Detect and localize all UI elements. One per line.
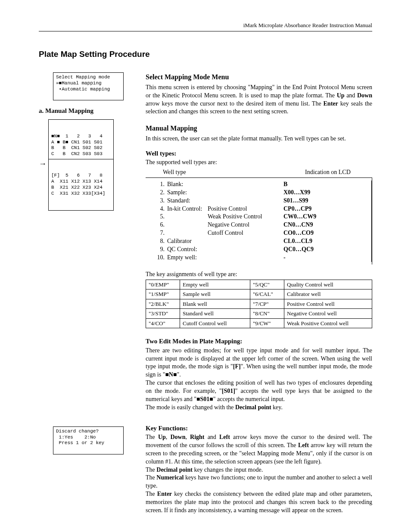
text: The — [146, 491, 157, 497]
key-right: Right — [190, 434, 204, 440]
text: key. — [271, 404, 283, 411]
well-type-row: 8.CalibratorCL0…CL9 — [146, 237, 372, 246]
well-row-num: 9. — [154, 246, 165, 254]
well-row-num: 6. — [154, 221, 165, 229]
text: key checks the consistency between the e… — [146, 491, 372, 513]
well-row-indication: CL0…CL9 — [281, 237, 312, 246]
well-row-indication: B — [281, 180, 287, 189]
well-row-desc — [208, 189, 281, 197]
key-down: Down — [170, 434, 185, 440]
well-types-supported: The supported well types are: — [146, 159, 372, 167]
two-modes-p2: The cursor that encloses the editing pos… — [146, 379, 372, 404]
well-type-row: 4.In-kit Control:Positive ControlCP0…CP9 — [146, 205, 372, 213]
right-column-sec1: Select Mapping Mode Menu This menu scree… — [146, 72, 372, 418]
well-type-col-header: Well type — [163, 168, 305, 177]
right-column-sec2: Key Functions: The Up, Down, Right and L… — [146, 418, 372, 515]
left-column-sec2: Discard change? 1:Yes 2:No Press 1 or 2 … — [39, 418, 138, 515]
key-up: Up — [337, 92, 345, 99]
well-row-name: In-kit Control: — [167, 205, 208, 213]
key-down: Down — [357, 92, 372, 99]
well-row-indication: S01…S99 — [281, 197, 308, 205]
key-functions-p2: The Decimal point key changes the input … — [146, 466, 372, 474]
well-row-indication: CP0…CP9 — [281, 205, 311, 213]
well-row-desc: Weak Positive Control — [208, 213, 281, 221]
key-code: "2/BLK" — [146, 299, 180, 309]
well-type-row: 3.Standard:S01…S99 — [146, 197, 372, 205]
well-row-desc: Negative Control — [208, 221, 281, 229]
key-up: Up — [158, 434, 166, 440]
key-left2: Left — [298, 442, 309, 448]
well-row-num: 10. — [154, 254, 165, 262]
manual-mapping-intro: In this screen, the user can set the pla… — [146, 135, 372, 143]
key-code: "6/CAL" — [250, 289, 284, 299]
well-row-desc — [208, 237, 281, 246]
well-row-desc — [208, 197, 281, 205]
key-code: "8/CN" — [250, 309, 284, 319]
text: The — [146, 474, 156, 481]
text: The — [146, 434, 158, 440]
text: and — [205, 434, 219, 440]
manual-mapping-heading: Manual Mapping — [146, 124, 372, 133]
key-table-row: "0/EMP"Empty well"5/QC"Quality Control w… — [146, 280, 372, 289]
key-left: Left — [219, 434, 230, 440]
key-desc: Blank well — [180, 299, 250, 309]
well-row-num: 1. — [154, 180, 165, 189]
enter-key: Enter — [157, 491, 172, 497]
well-row-desc: Positive Control — [208, 205, 281, 213]
well-types-header-row: Well type Indication on LCD — [146, 168, 372, 178]
key-functions-heading: Key Functions: — [146, 424, 372, 432]
manual-mapping-subheading: a. Manual Mapping — [39, 106, 138, 115]
text: and — [345, 92, 357, 99]
key-functions-p3: The Numerical keys have two functions; o… — [146, 474, 372, 490]
well-row-desc — [208, 180, 281, 189]
well-row-indication: CW0…CW9 — [281, 213, 316, 221]
well-row-indication: CO0…CO9 — [281, 229, 314, 237]
well-type-row: 5.Weak Positive ControlCW0…CW9 — [146, 213, 372, 221]
key-table-row: "1/SMP"Sample well"6/CAL"Calibrator well — [146, 289, 372, 299]
key-desc: Standard well — [180, 309, 250, 319]
key-code: "3/STD" — [146, 309, 180, 319]
key-desc: Negative Control well — [284, 309, 372, 319]
well-type-row: 7.Cutoff ControlCO0…CO9 — [146, 229, 372, 237]
well-row-name: QC Control: — [167, 246, 208, 254]
well-row-indication: CN0…CN9 — [281, 221, 313, 229]
text: The mode is easily changed with the — [146, 404, 235, 411]
well-types-heading: Well types: — [146, 149, 372, 158]
key-table-row: "4/CO"Cutoff Control well"9/CW"Weak Posi… — [146, 318, 372, 328]
mode-sign-f: [F] — [233, 363, 241, 370]
decimal-point-key: Decimal point — [156, 467, 193, 473]
document-header-title: iMark Microplate Absorbance Reader Instr… — [39, 22, 372, 31]
numerical-keys: Numerical — [156, 474, 184, 481]
page-title: Plate Map Setting Procedure — [39, 49, 372, 60]
well-type-row: 10.Empty well:- — [146, 254, 372, 262]
well-row-name: Empty well: — [167, 254, 208, 262]
enclosure-s01b: ■S01■ — [196, 396, 213, 402]
key-code: "4/CO" — [146, 318, 180, 328]
select-mapping-body: This menu screen is entered by choosing … — [146, 84, 372, 116]
key-desc: Cutoff Control well — [180, 318, 250, 328]
well-row-indication: X00…X99 — [281, 189, 310, 197]
key-desc: Sample well — [180, 289, 250, 299]
two-modes-p1: There are two editing modes; for well ty… — [146, 347, 372, 380]
well-type-row: 1.Blank:B — [146, 180, 372, 189]
well-row-name — [167, 213, 208, 221]
key-functions-p1: The Up, Down, Right and Left arrow keys … — [146, 433, 372, 466]
lcd-manual-mapping: ■N■ 1 2 3 4 A ■ B■ CN1 S01 S01 B B CN1 S… — [48, 119, 114, 211]
well-type-row: 9.QC Control:QC0…QC9 — [146, 246, 372, 254]
key-code: "9/CW" — [250, 318, 284, 328]
text: key changes the input mode. — [193, 467, 263, 473]
well-types-list: 1.Blank:B2.Sample:X00…X993.Standard:S01…… — [146, 178, 372, 264]
two-modes-p3: The mode is easily changed with the Deci… — [146, 404, 372, 412]
text: , — [166, 434, 171, 440]
well-row-num: 4. — [154, 205, 165, 213]
enclosure-s01a: [S01] — [222, 388, 235, 394]
text: The — [146, 467, 156, 473]
well-type-row: 2.Sample:X00…X99 — [146, 189, 372, 197]
well-type-row: 6.Negative ControlCN0…CN9 — [146, 221, 372, 229]
text: ". — [177, 371, 181, 378]
lcd-manual-top: ■N■ 1 2 3 4 A ■ B■ CN1 S01 S01 B B CN1 S… — [49, 132, 113, 159]
key-desc: Calibrator well — [284, 289, 372, 299]
well-row-num: 3. — [154, 197, 165, 205]
mode-sign-n: ■N■ — [165, 371, 177, 378]
key-desc: Weak Positive Control well — [284, 318, 372, 328]
